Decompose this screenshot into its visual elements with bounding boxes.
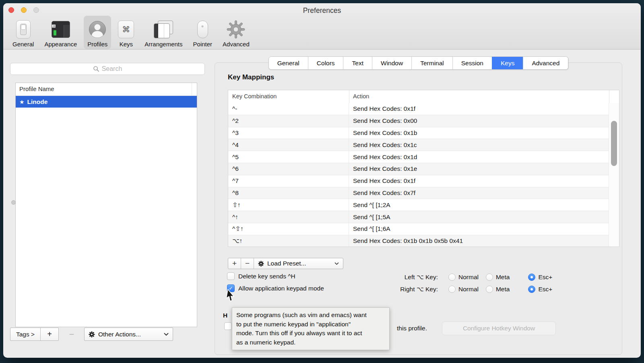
- add-mapping-button[interactable]: +: [228, 258, 241, 269]
- action-column-header[interactable]: Action: [353, 93, 369, 100]
- radio-button[interactable]: [486, 286, 493, 293]
- tab[interactable]: Colors: [308, 57, 343, 69]
- radio-option[interactable]: Meta: [486, 286, 510, 293]
- add-profile-button[interactable]: +: [41, 328, 58, 340]
- radio-button[interactable]: [528, 286, 535, 293]
- tab[interactable]: General: [269, 57, 308, 69]
- toolbar-item-label: Profiles: [87, 41, 107, 48]
- key-mapping-row[interactable]: ^2 Send Hex Codes: 0x00: [228, 115, 609, 127]
- other-actions-dropdown[interactable]: Other Actions...: [84, 328, 173, 341]
- tab[interactable]: Keys: [492, 57, 523, 69]
- key-mapping-row[interactable]: ⇧↑ Send ^[ [1;2A: [228, 199, 609, 211]
- tags-button[interactable]: Tags >: [10, 328, 41, 340]
- remove-mapping-button[interactable]: −: [241, 258, 254, 269]
- action-cell: Send ^[ [1;6A: [349, 223, 390, 235]
- key-combination-cell: ^7: [228, 175, 349, 187]
- remove-profile-button[interactable]: −: [63, 328, 80, 341]
- action-cell: Send ^[ [1;5A: [349, 211, 390, 223]
- search-input[interactable]: Search: [10, 63, 205, 75]
- key-combination-cell: ^5: [228, 151, 349, 163]
- checkbox-label: Allow application keypad mode: [238, 285, 324, 292]
- key-mappings-table: Key Combination Action ^- Send Hex Codes…: [228, 90, 619, 247]
- checkbox-unchecked[interactable]: ✓: [227, 272, 235, 280]
- radio-option[interactable]: Normal: [448, 286, 479, 293]
- toolbar-item-pointer[interactable]: Pointer: [190, 16, 216, 49]
- radio-button[interactable]: [486, 274, 493, 281]
- key-combination-column-header[interactable]: Key Combination: [232, 93, 277, 100]
- key-combination-cell: ^8: [228, 187, 349, 199]
- column-divider: [192, 83, 192, 95]
- tab[interactable]: Text: [343, 57, 372, 69]
- key-combination-cell: ⇧↑: [228, 199, 349, 211]
- window-panes-icon: [154, 19, 173, 39]
- tab-label: General: [277, 60, 299, 67]
- left-option-key-row: Left ⌥ Key: Normal Meta Esc+: [384, 272, 593, 282]
- radio-button[interactable]: [448, 274, 456, 281]
- key-mapping-actions-bar: + − Load Preset...: [228, 258, 343, 269]
- profile-tab-bar: General Colors Text Window Terminal Sess…: [268, 56, 569, 70]
- action-cell: Send Hex Codes: 0x7f: [349, 187, 415, 199]
- key-mapping-row[interactable]: ^7 Send Hex Codes: 0x1f: [228, 175, 609, 187]
- key-combination-cell: ^6: [228, 163, 349, 175]
- table-header: Key Combination Action: [228, 90, 619, 104]
- tab[interactable]: Advanced: [523, 57, 568, 69]
- profile-settings-panel: General Colors Text Window Terminal Sess…: [215, 62, 622, 355]
- toolbar-item-arrangements[interactable]: Arrangements: [141, 16, 186, 49]
- tab[interactable]: Terminal: [411, 57, 452, 69]
- right-option-key-row: Right ⌥ Key: Normal Meta Esc+: [384, 284, 593, 294]
- profile-name-column-header: Profile Name: [19, 85, 54, 92]
- radio-button[interactable]: [448, 286, 456, 293]
- desktop-background: Preferences General ✕ Appearance: [0, 0, 644, 363]
- key-mapping-row[interactable]: ^⇧↑ Send ^[ [1;6A: [228, 223, 609, 235]
- tab[interactable]: Window: [372, 57, 411, 69]
- toolbar-item-appearance[interactable]: ✕ Appearance: [41, 16, 80, 49]
- key-mapping-row[interactable]: ^8 Send Hex Codes: 0x7f: [228, 187, 609, 199]
- toolbar-item-keys[interactable]: ⌘ Keys: [114, 16, 138, 49]
- partially-hidden-checkbox[interactable]: [224, 322, 232, 330]
- toolbar-item-advanced[interactable]: Advanced: [219, 16, 253, 49]
- tab-label: Window: [381, 60, 403, 67]
- action-cell: Send Hex Codes: 0x1b 0x1b 0x5b 0x41: [349, 235, 463, 247]
- key-mapping-row[interactable]: ^- Send Hex Codes: 0x1f: [228, 103, 609, 115]
- key-combination-cell: ^⇧↑: [228, 223, 349, 235]
- key-mapping-row[interactable]: ^3 Send Hex Codes: 0x1b: [228, 127, 609, 139]
- table-body: ^- Send Hex Codes: 0x1f ^2 Send Hex Code…: [228, 103, 609, 247]
- keypad-mode-tooltip: Some programs (such as vim and emacs) wa…: [232, 307, 390, 350]
- radio-option[interactable]: Esc+: [528, 286, 552, 293]
- radio-option[interactable]: Esc+: [528, 274, 552, 281]
- profile-row-selected[interactable]: ★ Linode: [16, 96, 197, 108]
- action-cell: Send Hex Codes: 0x1e: [349, 163, 417, 175]
- configure-hotkey-window-button[interactable]: Configure Hotkey Window: [442, 322, 556, 335]
- radio-option[interactable]: Normal: [448, 274, 479, 281]
- allow-keypad-mode-checkbox-row[interactable]: ✓ Allow application keypad mode: [227, 284, 324, 292]
- default-profile-star-icon: ★: [19, 99, 25, 105]
- key-mapping-row[interactable]: ^6 Send Hex Codes: 0x1e: [228, 163, 609, 175]
- load-preset-dropdown[interactable]: Load Preset...: [254, 258, 343, 269]
- radio-label: Meta: [496, 286, 510, 293]
- titlebar[interactable]: Preferences: [3, 3, 641, 17]
- search-icon: [93, 66, 99, 72]
- key-mapping-row[interactable]: ⌥↑ Send Hex Codes: 0x1b 0x1b 0x5b 0x41: [228, 235, 609, 247]
- profile-name: Linode: [27, 98, 48, 106]
- chevron-down-icon: [334, 262, 339, 265]
- toolbar-item-profiles[interactable]: Profiles: [84, 16, 111, 49]
- radio-button[interactable]: [528, 274, 535, 281]
- toolbar-item-label: Keys: [120, 41, 133, 48]
- toolbar-item-general[interactable]: General: [9, 16, 37, 49]
- key-combination-cell: ^↑: [228, 211, 349, 223]
- profile-list-header[interactable]: Profile Name: [16, 83, 197, 96]
- tab-label: Session: [461, 60, 483, 67]
- radio-option[interactable]: Meta: [486, 274, 510, 281]
- search-placeholder: Search: [102, 65, 122, 73]
- delete-key-sends-checkbox-row[interactable]: ✓ Delete key sends ^H: [227, 272, 295, 280]
- tab[interactable]: Session: [452, 57, 492, 69]
- window-chrome: Preferences General ✕ Appearance: [3, 3, 641, 50]
- action-cell: Send Hex Codes: 0x1f: [349, 103, 415, 115]
- radio-label: Normal: [458, 274, 479, 281]
- key-mapping-row[interactable]: ^5 Send Hex Codes: 0x1d: [228, 151, 609, 163]
- scrollbar-track[interactable]: [609, 103, 619, 247]
- key-mapping-row[interactable]: ^4 Send Hex Codes: 0x1c: [228, 139, 609, 151]
- key-mapping-row[interactable]: ^↑ Send ^[ [1;5A: [228, 211, 609, 223]
- scrollbar-thumb[interactable]: [611, 121, 617, 166]
- pane-splitter-handle[interactable]: [11, 200, 16, 205]
